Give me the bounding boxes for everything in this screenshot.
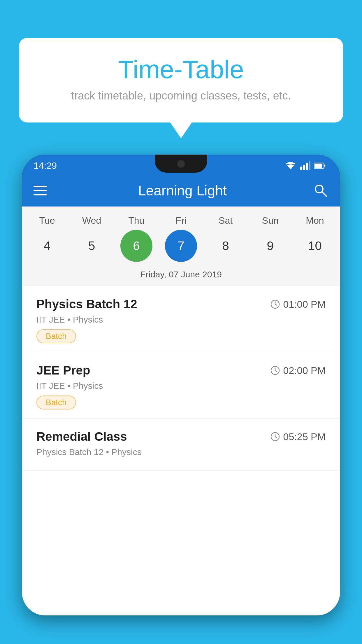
search-icon — [313, 183, 328, 198]
svg-line-18 — [275, 437, 277, 438]
status-time: 14:29 — [34, 160, 57, 171]
schedule-item-2-badge: Batch — [36, 396, 76, 410]
menu-button[interactable] — [34, 186, 47, 195]
svg-rect-6 — [314, 164, 322, 168]
schedule-item-1-time: 01:00 PM — [270, 299, 326, 310]
day-5[interactable]: 5 — [76, 230, 108, 262]
svg-rect-4 — [309, 161, 310, 170]
schedule-item-1-header: Physics Batch 12 01:00 PM — [36, 297, 326, 311]
day-label-sat: Sat — [208, 215, 243, 226]
day-8[interactable]: 8 — [210, 230, 242, 262]
schedule-item-2[interactable]: JEE Prep 02:00 PM IIT JEE • Physics Batc… — [22, 352, 340, 419]
day-4[interactable]: 4 — [31, 230, 63, 262]
schedule-item-3-subtitle: Physics Batch 12 • Physics — [36, 447, 326, 457]
svg-line-9 — [322, 192, 326, 196]
schedule-item-3-header: Remedial Class 05:25 PM — [36, 430, 326, 444]
phone-notch — [155, 155, 207, 173]
schedule-item-1[interactable]: Physics Batch 12 01:00 PM IIT JEE • Phys… — [22, 286, 340, 352]
camera — [177, 160, 185, 168]
app-title: Learning Light — [61, 183, 304, 199]
day-6-today[interactable]: 6 — [120, 230, 152, 262]
day-label-thu: Thu — [119, 215, 154, 226]
battery-icon — [314, 162, 326, 169]
day-headers: Tue Wed Thu Fri Sat Sun Mon — [25, 212, 337, 228]
phone-frame: 14:29 — [22, 155, 340, 615]
day-7-selected[interactable]: 7 — [165, 230, 197, 262]
clock-icon-1 — [270, 299, 280, 309]
bubble-title: Time-Table — [42, 55, 320, 84]
schedule-item-1-title: Physics Batch 12 — [36, 297, 137, 311]
clock-icon-3 — [270, 432, 280, 442]
day-label-tue: Tue — [30, 215, 65, 226]
app-bar: Learning Light — [22, 174, 340, 206]
schedule-item-3[interactable]: Remedial Class 05:25 PM Physics Batch 12… — [22, 419, 340, 471]
bubble-subtitle: track timetable, upcoming classes, tests… — [42, 90, 320, 102]
speech-bubble-section: Time-Table track timetable, upcoming cla… — [19, 38, 343, 123]
phone-mockup: 14:29 — [22, 155, 340, 644]
speech-bubble: Time-Table track timetable, upcoming cla… — [19, 38, 343, 123]
screen: 14:29 — [22, 155, 340, 615]
schedule-item-2-header: JEE Prep 02:00 PM — [36, 363, 326, 377]
day-label-wed: Wed — [74, 215, 109, 226]
schedule-item-2-time: 02:00 PM — [270, 365, 326, 376]
day-label-fri: Fri — [164, 215, 198, 226]
svg-rect-2 — [303, 165, 305, 170]
svg-line-12 — [275, 304, 277, 305]
search-button[interactable] — [312, 183, 328, 199]
svg-rect-1 — [300, 167, 302, 170]
selected-date-label: Friday, 07 June 2019 — [25, 267, 337, 286]
schedule-item-3-title: Remedial Class — [36, 430, 127, 444]
svg-rect-7 — [324, 164, 325, 167]
schedule-item-3-time: 05:25 PM — [270, 431, 326, 442]
clock-icon-2 — [270, 365, 280, 375]
schedule-item-1-badge: Batch — [36, 329, 76, 343]
schedule-item-1-subtitle: IIT JEE • Physics — [36, 315, 326, 325]
svg-rect-3 — [306, 163, 308, 170]
day-numbers: 4 5 6 7 8 9 10 — [25, 228, 337, 267]
day-9[interactable]: 9 — [254, 230, 286, 262]
signal-icon — [300, 161, 310, 170]
wifi-icon — [285, 161, 296, 170]
status-icons — [285, 161, 326, 170]
svg-line-15 — [275, 370, 277, 372]
day-label-mon: Mon — [297, 215, 332, 226]
schedule-list: Physics Batch 12 01:00 PM IIT JEE • Phys… — [22, 286, 340, 615]
calendar-strip: Tue Wed Thu Fri Sat Sun Mon 4 5 6 7 8 9 … — [22, 206, 340, 286]
schedule-item-2-title: JEE Prep — [36, 363, 90, 377]
day-10[interactable]: 10 — [299, 230, 331, 262]
day-label-sun: Sun — [253, 215, 288, 226]
schedule-item-2-subtitle: IIT JEE • Physics — [36, 381, 326, 391]
